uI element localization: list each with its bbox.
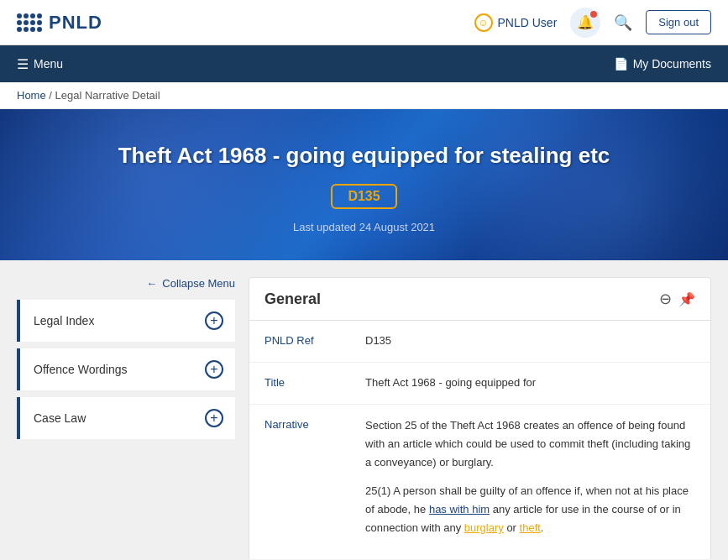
sidebar-item-offence-wordings[interactable]: Offence Wordings + — [17, 348, 235, 390]
pin-icon: 📌 — [678, 292, 695, 306]
pin-button[interactable]: 📌 — [678, 291, 695, 307]
breadcrumb-home[interactable]: Home — [17, 89, 46, 102]
logo-icon — [17, 13, 42, 32]
burglary-link[interactable]: burglary — [464, 521, 504, 534]
search-button[interactable]: 🔍 — [614, 13, 632, 32]
narrative-para2-end: . — [541, 521, 544, 534]
narrative-label: Narrative — [264, 416, 365, 431]
panel-actions: ⊖ 📌 — [659, 290, 695, 308]
my-documents-button[interactable]: 📄 My Documents — [614, 57, 711, 71]
sidebar-item-legal-index-label: Legal Index — [34, 314, 205, 327]
hero-badge: D135 — [331, 184, 396, 209]
logo-area: PNLD — [17, 12, 102, 34]
sidebar-item-legal-index[interactable]: Legal Index + — [17, 300, 235, 342]
title-value: Theft Act 1968 - going equipped for — [365, 374, 695, 392]
narrative-paragraph-2: 25(1) A person shall be guilty of an off… — [365, 482, 695, 537]
title-label: Title — [264, 374, 365, 389]
document-icon: 📄 — [614, 57, 628, 71]
sidebar-item-case-law[interactable]: Case Law + — [17, 397, 235, 439]
narrative-para2-or: or — [504, 521, 520, 534]
narrative-row: Narrative Section 25 of the Theft Act 19… — [249, 405, 710, 560]
breadcrumb-separator: / — [49, 89, 55, 102]
minimize-button[interactable]: ⊖ — [659, 290, 672, 308]
expand-offence-wordings-icon: + — [205, 360, 223, 379]
detail-panel: General ⊖ 📌 PNLD Ref D135 Title Theft Ac… — [249, 277, 711, 560]
sidebar-item-case-law-label: Case Law — [34, 411, 205, 425]
hero-banner: Theft Act 1968 - going equipped for stea… — [0, 109, 728, 260]
nav-bar: ☰ Menu 📄 My Documents — [0, 45, 728, 82]
expand-case-law-icon: + — [205, 409, 223, 427]
pnld-ref-row: PNLD Ref D135 — [249, 321, 710, 363]
user-info: ☺ PNLD User — [474, 13, 558, 32]
breadcrumb-current: Legal Narrative Detail — [55, 89, 160, 102]
main-content: ← Collapse Menu Legal Index + Offence Wo… — [0, 260, 728, 560]
user-icon: ☺ — [474, 13, 493, 32]
notifications-button[interactable]: 🔔 — [570, 8, 600, 38]
collapse-icon: ← — [146, 277, 157, 290]
logo-text: PNLD — [49, 12, 102, 34]
collapse-menu-button[interactable]: ← Collapse Menu — [146, 277, 235, 290]
title-row: Title Theft Act 1968 - going equipped fo… — [249, 363, 710, 405]
minus-circle-icon: ⊖ — [659, 290, 672, 307]
sidebar-item-offence-wordings-label: Offence Wordings — [34, 363, 205, 376]
narrative-paragraph-1: Section 25 of the Theft Act 1968 creates… — [365, 416, 695, 472]
user-name: PNLD User — [498, 16, 558, 29]
hero-title: Theft Act 1968 - going equipped for stea… — [17, 143, 711, 169]
pnld-ref-label: PNLD Ref — [264, 332, 365, 347]
theft-link[interactable]: theft — [520, 521, 541, 534]
sidebar: ← Collapse Menu Legal Index + Offence Wo… — [17, 277, 235, 560]
panel-header: General ⊖ 📌 — [249, 278, 710, 321]
top-header: PNLD ☺ PNLD User 🔔 🔍 Sign out — [0, 0, 728, 45]
signout-button[interactable]: Sign out — [646, 10, 711, 34]
notification-badge — [590, 11, 597, 18]
menu-button[interactable]: ☰ Menu — [17, 56, 63, 72]
narrative-value: Section 25 of the Theft Act 1968 creates… — [365, 416, 695, 548]
collapse-label: Collapse Menu — [162, 277, 235, 290]
hamburger-icon: ☰ — [17, 56, 29, 72]
expand-legal-index-icon: + — [205, 311, 223, 330]
search-icon: 🔍 — [614, 14, 632, 31]
breadcrumb: Home / Legal Narrative Detail — [0, 82, 728, 109]
panel-title: General — [264, 290, 321, 308]
has-with-him-link[interactable]: has with him — [429, 503, 490, 516]
menu-label: Menu — [34, 57, 63, 71]
my-documents-label: My Documents — [633, 57, 711, 71]
pnld-ref-value: D135 — [365, 332, 695, 350]
hero-updated: Last updated 24 August 2021 — [17, 221, 711, 233]
header-right: ☺ PNLD User 🔔 🔍 Sign out — [474, 8, 712, 38]
